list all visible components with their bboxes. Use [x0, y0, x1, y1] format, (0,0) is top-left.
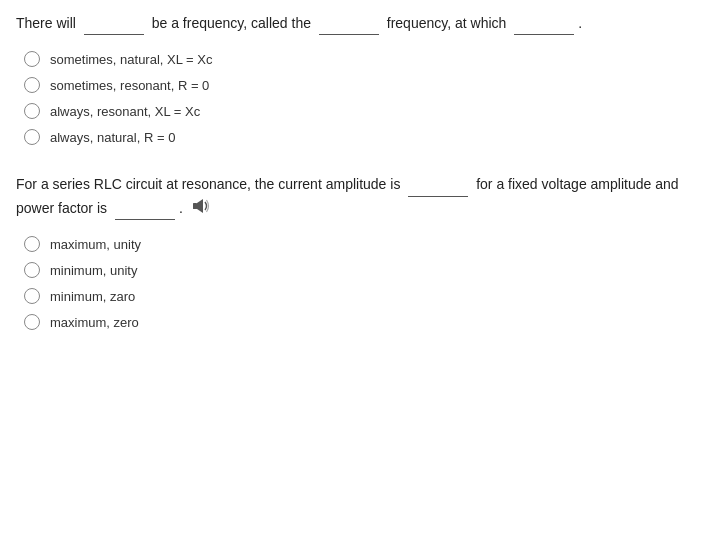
blank-1-1	[84, 12, 144, 35]
speaker-icon[interactable]	[193, 198, 211, 220]
q2-radio-1[interactable]	[24, 236, 40, 252]
q1-label-2: sometimes, resonant, R = 0	[50, 78, 209, 93]
q1-radio-1[interactable]	[24, 51, 40, 67]
q2-option-4[interactable]: maximum, zero	[24, 314, 689, 330]
q1-radio-3[interactable]	[24, 103, 40, 119]
blank-1-3	[514, 12, 574, 35]
q1-radio-2[interactable]	[24, 77, 40, 93]
q2-label-2: minimum, unity	[50, 263, 137, 278]
question-2-text: For a series RLC circuit at resonance, t…	[16, 173, 689, 220]
q1-label-3: always, resonant, XL = Xc	[50, 104, 200, 119]
q1-label-4: always, natural, R = 0	[50, 130, 175, 145]
q1-radio-4[interactable]	[24, 129, 40, 145]
q2-option-2[interactable]: minimum, unity	[24, 262, 689, 278]
q2-option-3[interactable]: minimum, zaro	[24, 288, 689, 304]
question-1-text: There will be a frequency, called the fr…	[16, 12, 689, 35]
svg-rect-0	[193, 203, 197, 209]
q2-radio-4[interactable]	[24, 314, 40, 330]
question-1: There will be a frequency, called the fr…	[16, 12, 689, 145]
q1-option-3[interactable]: always, resonant, XL = Xc	[24, 103, 689, 119]
q2-radio-2[interactable]	[24, 262, 40, 278]
question-1-options: sometimes, natural, XL = Xc sometimes, r…	[16, 51, 689, 145]
question-2-options: maximum, unity minimum, unity minimum, z…	[16, 236, 689, 330]
q1-option-1[interactable]: sometimes, natural, XL = Xc	[24, 51, 689, 67]
blank-1-2	[319, 12, 379, 35]
q2-label-3: minimum, zaro	[50, 289, 135, 304]
q2-label-4: maximum, zero	[50, 315, 139, 330]
q1-label-1: sometimes, natural, XL = Xc	[50, 52, 212, 67]
q2-option-1[interactable]: maximum, unity	[24, 236, 689, 252]
blank-2-2	[115, 197, 175, 220]
q2-radio-3[interactable]	[24, 288, 40, 304]
svg-marker-1	[197, 199, 203, 213]
question-2: For a series RLC circuit at resonance, t…	[16, 173, 689, 330]
q1-option-2[interactable]: sometimes, resonant, R = 0	[24, 77, 689, 93]
blank-2-1	[408, 173, 468, 196]
q1-option-4[interactable]: always, natural, R = 0	[24, 129, 689, 145]
q2-label-1: maximum, unity	[50, 237, 141, 252]
